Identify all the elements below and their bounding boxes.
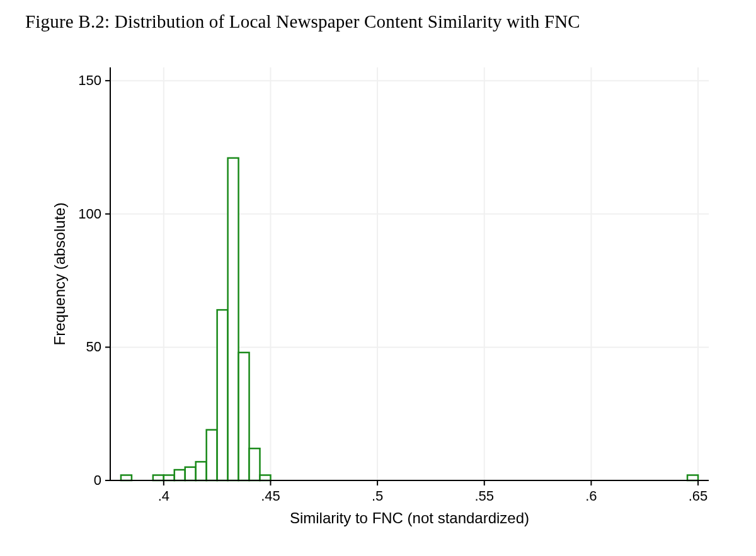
histogram-bar	[239, 353, 249, 480]
histogram-chart: 050100150.4.45.5.55.6.65Similarity to FN…	[44, 60, 728, 545]
x-tick-label: .65	[689, 488, 708, 504]
x-tick-label: .55	[474, 488, 494, 504]
histogram-bar	[217, 310, 228, 480]
histogram-bar	[153, 475, 164, 480]
histogram-bar	[260, 475, 271, 480]
y-tick-label: 0	[94, 472, 101, 488]
x-axis-label: Similarity to FNC (not standardized)	[290, 509, 529, 526]
histogram-bar	[121, 475, 132, 480]
x-tick-label: .5	[372, 488, 383, 504]
y-tick-label: 100	[78, 206, 101, 222]
axis-lines	[110, 67, 709, 480]
histogram-bar	[164, 475, 175, 480]
histogram-bar	[196, 462, 207, 480]
y-tick-label: 50	[86, 339, 101, 355]
histogram-bar	[185, 467, 196, 480]
page: Figure B.2: Distribution of Local Newspa…	[0, 0, 756, 556]
histogram-bar	[249, 448, 260, 480]
histogram-bar	[687, 475, 698, 480]
x-tick-label: .6	[585, 488, 597, 504]
y-axis-label: Frequency (absolute)	[51, 203, 68, 346]
x-tick-label: .4	[158, 488, 169, 504]
chart-container: 050100150.4.45.5.55.6.65Similarity to FN…	[44, 60, 728, 545]
histogram-bar	[228, 158, 239, 480]
x-tick-label: .45	[261, 488, 280, 504]
histogram-bar	[207, 430, 217, 480]
y-tick-label: 150	[78, 72, 101, 88]
histogram-bar	[175, 470, 185, 480]
figure-caption: Figure B.2: Distribution of Local Newspa…	[25, 11, 580, 32]
